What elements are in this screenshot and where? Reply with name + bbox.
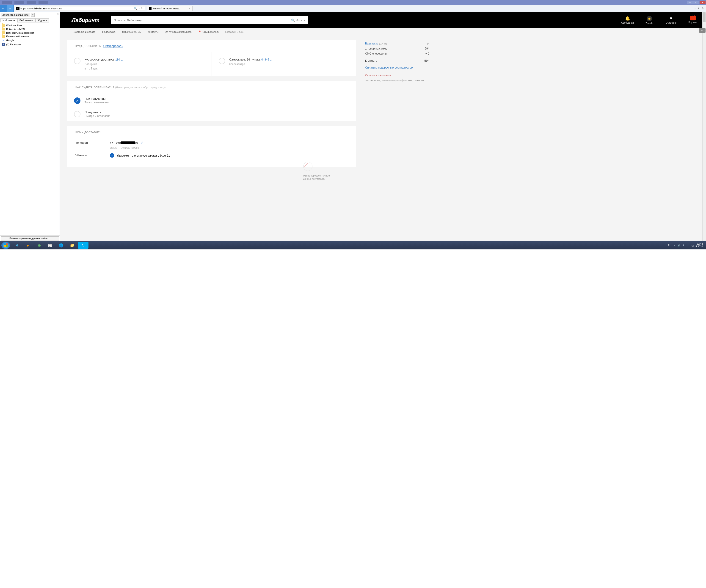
extension-icon[interactable]: ⋯ — [699, 28, 706, 33]
delivery-option-courier[interactable]: Курьерская доставка, 130 р. Лабиринт в ч… — [67, 52, 212, 76]
heart-icon: ♥ — [669, 16, 674, 21]
header-messages[interactable]: 🔔 Сообщения — [617, 16, 638, 25]
favorite-item[interactable]: Windows Live — [0, 24, 60, 27]
viber-text: Уведомлять о статусе заказа с 9 до 21 — [117, 154, 170, 157]
todo-text: тип доставки, тип оплаты, телефон, имя, … — [365, 78, 429, 82]
header-deferred[interactable]: ♥ Отложено — [660, 16, 682, 25]
language-indicator[interactable]: RU — [668, 244, 671, 247]
subnav-link[interactable]: Доставка и оплата — [74, 31, 95, 33]
check-icon: ✓ — [141, 141, 144, 145]
search-icon[interactable]: 🔍 — [134, 7, 137, 10]
folder-icon — [2, 31, 5, 34]
favorites-icon[interactable]: ★ — [697, 7, 700, 10]
taskbar-generic-icon[interactable]: 📰 — [45, 242, 55, 249]
ghost-tab — [2, 1, 12, 4]
country-code[interactable]: +7 — [110, 141, 113, 145]
order-line-value: 594 — [425, 47, 429, 50]
refresh-icon[interactable]: ↻ — [141, 7, 143, 10]
no-photo-icon — [303, 162, 312, 171]
window-minimize-button[interactable]: — — [687, 1, 693, 4]
bell-icon: 🔔 — [625, 16, 630, 21]
address-bar[interactable]: Л https://www.labirint.ru/cart/checkout/… — [15, 6, 145, 11]
sidebar-tab-journal[interactable]: Журнал — [36, 18, 49, 23]
delivery-option-pickup[interactable]: Самовывоз, 24 пункта, 0–345 р. послезавт… — [212, 52, 356, 76]
radio-icon[interactable] — [74, 58, 80, 64]
order-line-value: + 0 — [425, 52, 429, 55]
payment-section: КАК БУДЕТЕ ОПЛАЧИВАТЬ? (Некоторые достав… — [67, 81, 356, 121]
radio-icon[interactable] — [74, 111, 80, 117]
ghost-tab — [14, 1, 24, 4]
city-link[interactable]: Симферополь — [103, 44, 123, 48]
search-button[interactable]: 🔍 Искать — [291, 18, 305, 22]
phone-label: Телефон — [75, 141, 110, 145]
scrollbar[interactable] — [702, 12, 706, 241]
order-total-label: К оплате — [365, 59, 377, 62]
order-line-label: 1 товар на сумму — [365, 47, 387, 50]
taskbar-ie-icon[interactable]: e — [12, 242, 23, 249]
taskbar-explorer-icon[interactable]: 📁 — [67, 242, 77, 249]
add-favorite-button[interactable]: Добавить в избранное — [1, 13, 30, 17]
tab-close-icon[interactable]: ✕ — [189, 7, 191, 10]
google-icon: G — [2, 39, 5, 42]
taskbar-generic-icon[interactable]: ◉ — [34, 242, 44, 249]
add-favorite-dropdown[interactable]: ▾ — [31, 13, 35, 17]
folder-icon — [2, 35, 5, 38]
tab-favicon-icon — [149, 7, 152, 10]
privacy-note: Мы не передаем личные данные покупателей — [303, 162, 335, 181]
taskbar-chrome-icon[interactable]: 🌐 — [56, 242, 67, 249]
hint-country: страна — [110, 147, 117, 149]
taskbar-skype-icon[interactable]: S — [78, 242, 88, 249]
browser-tab[interactable]: Книжный интернет-магаз... ✕ — [147, 6, 193, 11]
page-content: Лабиринт 🔍 Искать 🔔 Сообщения 👶 Zinaida — [60, 12, 706, 241]
home-icon[interactable]: ⌂ — [694, 7, 696, 10]
tray-volume-icon[interactable]: 🔊 — [677, 244, 680, 247]
start-button[interactable] — [1, 242, 10, 249]
back-button[interactable]: ← — [0, 5, 7, 12]
order-total-value: 594 — [424, 59, 429, 62]
window-close-button[interactable]: ✕ — [700, 1, 706, 4]
favorite-item[interactable]: f(1) Facebook — [0, 42, 60, 46]
enable-suggested-sites-button[interactable]: Включить рекомендуемые сайты... — [1, 236, 59, 240]
forward-button[interactable]: → — [7, 5, 14, 12]
radio-checked-icon[interactable] — [74, 97, 80, 104]
subnav-location[interactable]: 📍 Симферополь — доставим 2 дек. — [198, 31, 243, 34]
window-maximize-button[interactable]: ☐ — [693, 1, 699, 4]
favorite-item[interactable]: Веб-сайты MSN — [0, 27, 60, 31]
facebook-icon: f — [2, 43, 5, 46]
order-summary: Ваш заказ (0,4 кг) р. 1 товар на сумму 5… — [365, 40, 429, 237]
payment-option-prepay[interactable]: Предоплата Быстро и безопасно — [67, 107, 356, 121]
tray-network-icon[interactable]: ⇄ — [687, 244, 689, 247]
sidebar-close-icon[interactable]: ✕ — [56, 13, 59, 15]
clock[interactable]: 12:42 30.11.2020 — [691, 242, 705, 248]
taskbar-media-icon[interactable]: ▸ — [23, 242, 34, 249]
search-icon: 🔍 — [291, 18, 295, 22]
favorite-item[interactable]: Веб-сайты Майкрософт — [0, 31, 60, 35]
subnav-phone[interactable]: 8 800 600-95-25 — [122, 31, 141, 33]
tray-up-icon[interactable]: ▴ — [674, 244, 675, 247]
ghost-tab — [39, 1, 48, 4]
favorite-item[interactable]: GGoogle — [0, 38, 60, 42]
tray-flag-icon[interactable]: ⚑ — [682, 244, 685, 247]
subnav-link[interactable]: 24 пункта самовывоза — [165, 31, 192, 33]
folder-icon — [2, 28, 5, 31]
checkbox-checked-icon[interactable] — [110, 153, 114, 158]
payment-option-on-receipt[interactable]: При получении Только наличными — [67, 94, 356, 107]
logo[interactable]: Лабиринт — [72, 17, 100, 24]
subnav-link[interactable]: Поддержка — [102, 31, 115, 33]
tab-title: Книжный интернет-магаз... — [153, 7, 181, 10]
sidebar-tab-favorites[interactable]: Избранное — [0, 18, 17, 23]
header-user[interactable]: 👶 Zinaida — [638, 16, 660, 25]
search-box: 🔍 Искать — [111, 16, 308, 24]
subnav-link[interactable]: Контакты — [148, 31, 159, 33]
radio-icon[interactable] — [219, 58, 225, 64]
favorite-item[interactable]: Панель избранного — [0, 35, 60, 38]
settings-icon[interactable]: ⚙ — [701, 7, 704, 10]
gift-certificate-link[interactable]: Оплатить подарочным сертификатом — [365, 66, 429, 70]
search-input[interactable] — [114, 18, 291, 22]
section-delivery-head: КУДА ДОСТАВИТЬ Симферополь — [67, 40, 356, 52]
sidebar-tab-feeds[interactable]: Веб-каналы — [17, 18, 36, 23]
header-cart[interactable]: Корзина — [682, 16, 704, 25]
your-order-link[interactable]: Ваш заказ — [365, 42, 378, 45]
phone-field[interactable]: 97879 — [116, 141, 138, 145]
folder-icon — [2, 24, 5, 27]
